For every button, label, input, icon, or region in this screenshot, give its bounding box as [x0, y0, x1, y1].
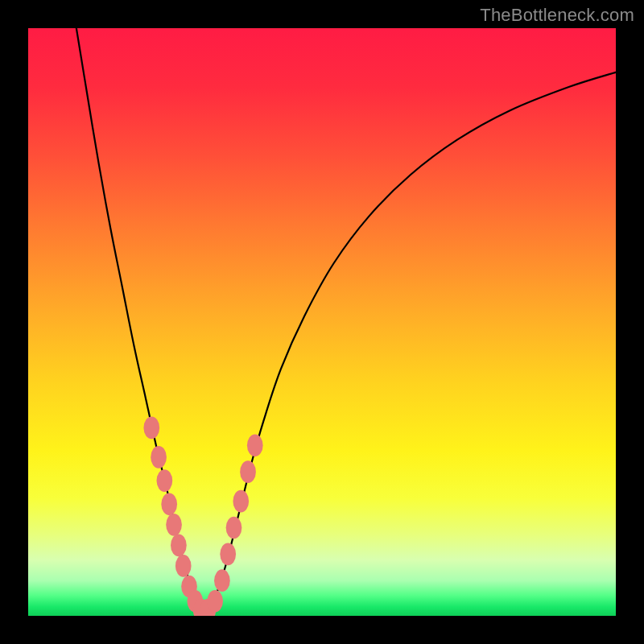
outer-frame: TheBottleneck.com [0, 0, 644, 644]
marker [220, 543, 236, 565]
watermark-text: TheBottleneck.com [480, 5, 634, 26]
marker [247, 434, 263, 456]
marker [171, 535, 187, 557]
marker [166, 514, 182, 536]
marker [214, 569, 230, 592]
plot-area [28, 28, 616, 616]
marker [233, 490, 249, 513]
marker [161, 493, 177, 515]
marker [240, 460, 256, 483]
marker [151, 446, 167, 469]
bottleneck-curve [76, 28, 616, 616]
marker [157, 469, 173, 492]
marker [226, 517, 242, 539]
marker [207, 590, 223, 613]
marker [143, 417, 159, 440]
sample-markers [143, 417, 262, 616]
chart-svg [28, 28, 616, 616]
marker [175, 555, 192, 577]
